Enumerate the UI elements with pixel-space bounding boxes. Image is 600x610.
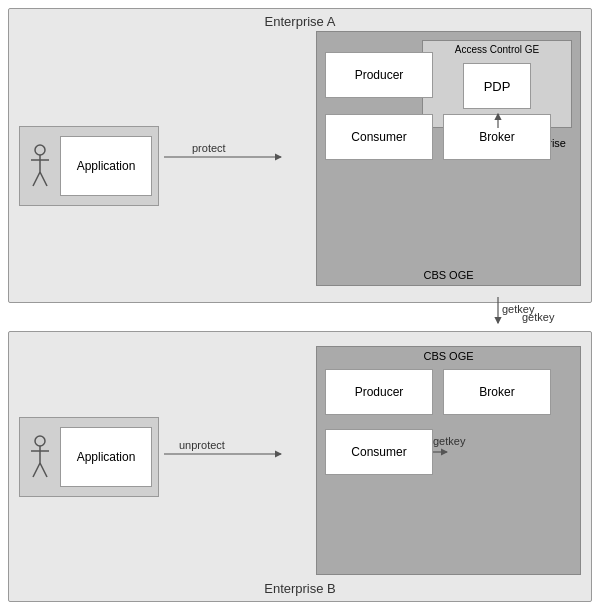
svg-line-4: [40, 172, 47, 186]
consumer-b-box: Consumer: [325, 429, 433, 475]
broker-b-box: Broker: [443, 369, 551, 415]
enterprise-b-label: Enterprise B: [264, 581, 336, 596]
svg-point-8: [35, 436, 45, 446]
svg-line-3: [33, 172, 40, 186]
cbs-a-label: CBS OGE: [423, 269, 473, 281]
access-control-label: Access Control GE: [455, 44, 539, 55]
svg-line-12: [40, 463, 47, 477]
unprotect-label: unprotect: [179, 439, 225, 451]
producer-b-box: Producer: [325, 369, 433, 415]
enterprise-a-label: Enterprise A: [265, 14, 336, 29]
svg-point-0: [35, 145, 45, 155]
main-container: Enterprise A Application Access Control …: [0, 0, 600, 610]
svg-line-11: [33, 463, 40, 477]
getkey-middle-label: getkey: [522, 311, 555, 323]
cbs-b-label: CBS OGE: [423, 350, 473, 362]
protect-label: protect: [192, 142, 226, 154]
person-icon-a: [26, 141, 54, 191]
enterprise-a-panel: Enterprise A Application Access Control …: [8, 8, 592, 303]
svg-text:getkey: getkey: [433, 435, 466, 447]
pdp-box: PDP: [463, 63, 531, 109]
enterprise-a-app-box: Application: [19, 126, 159, 206]
consumer-a-box: Consumer: [325, 114, 433, 160]
enterprise-b-app-label: Application: [60, 427, 152, 487]
getkey-arrow-svg: getkey: [282, 309, 582, 325]
enterprise-b-panel: Enterprise B Application CBS OGE Produce…: [8, 331, 592, 602]
broker-a-box: Broker: [443, 114, 551, 160]
person-icon-b: [26, 432, 54, 482]
producer-a-box: Producer: [325, 52, 433, 98]
enterprise-b-app-box: Application: [19, 417, 159, 497]
getkey-between: getkey: [8, 309, 592, 325]
enterprise-a-app-label: Application: [60, 136, 152, 196]
cbs-b-box: CBS OGE Producer Broker Consumer getkey: [316, 346, 581, 575]
